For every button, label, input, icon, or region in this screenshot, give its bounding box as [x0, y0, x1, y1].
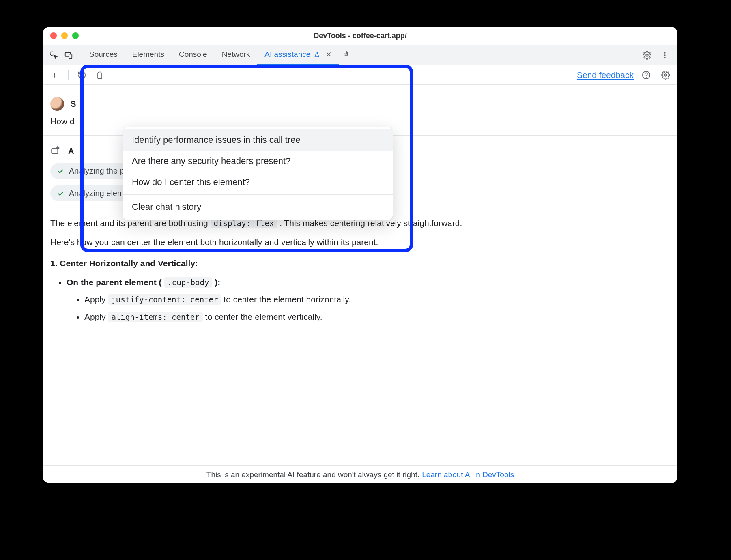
close-window-button[interactable]: [50, 32, 57, 39]
text: to center the element horizontally.: [224, 295, 351, 304]
check-icon: [57, 168, 64, 175]
dropdown-divider: [123, 194, 393, 195]
learn-more-link[interactable]: Learn about AI in DevTools: [422, 470, 514, 479]
tab-elements[interactable]: Elements: [125, 45, 172, 65]
text: Apply: [84, 295, 108, 304]
svg-point-5: [664, 54, 665, 56]
tab-console[interactable]: Console: [172, 45, 215, 65]
disclaimer-footer: This is an experimental AI feature and w…: [43, 465, 677, 483]
tab-network-label: Network: [222, 50, 250, 59]
flask-icon: [314, 51, 320, 58]
device-toggle-icon[interactable]: [62, 49, 75, 61]
svg-point-6: [664, 57, 665, 58]
tab-sources[interactable]: Sources: [82, 45, 125, 65]
tab-elements-label: Elements: [132, 50, 164, 59]
svg-point-9: [664, 74, 667, 76]
check-icon: [57, 190, 64, 197]
list-item: Apply align-items: center to center the …: [84, 310, 670, 324]
clear-history-item[interactable]: Clear chat history: [123, 196, 393, 218]
tab-sources-label: Sources: [89, 50, 118, 59]
new-chat-button[interactable]: [48, 68, 62, 82]
user-initial: S: [71, 99, 76, 109]
delete-button[interactable]: [93, 68, 107, 82]
inspect-element-icon[interactable]: [48, 49, 60, 61]
code-inline: justify-content: center: [108, 294, 221, 305]
svg-rect-10: [52, 149, 58, 154]
minimize-window-button[interactable]: [61, 32, 68, 39]
text: Apply: [84, 312, 108, 321]
kebab-menu-icon[interactable]: [659, 49, 671, 61]
zoom-window-button[interactable]: [72, 32, 79, 39]
history-button[interactable]: [75, 68, 89, 82]
ai-response: The element and its parent are both usin…: [43, 209, 677, 323]
tab-console-label: Console: [179, 50, 207, 59]
list-item: On the parent element ( .cup-body ): App…: [67, 276, 670, 324]
text: Here's how you can center the element bo…: [50, 236, 670, 249]
list-item: Apply justify-content: center to center …: [84, 293, 670, 306]
window-title: DevTools - coffee-cart.app/: [314, 32, 407, 40]
panel-settings-icon[interactable]: [659, 68, 673, 82]
ai-toolbar: Send feedback: [43, 65, 677, 85]
code-inline: .cup-body: [164, 277, 212, 288]
user-header: S: [43, 85, 677, 111]
response-heading: 1. Center Horizontally and Vertically:: [50, 257, 670, 270]
text: to center the element vertically.: [205, 312, 322, 321]
help-icon[interactable]: [639, 68, 653, 82]
traffic-lights: [50, 32, 79, 39]
disclaimer-text: This is an experimental AI feature and w…: [206, 470, 419, 479]
tab-ai-label: AI assistance: [264, 50, 310, 59]
toolbar-separator: [68, 70, 69, 80]
text: ):: [215, 278, 220, 287]
tab-ai-assistance[interactable]: AI assistance ✕: [257, 45, 339, 65]
more-tabs-button[interactable]: [339, 45, 355, 65]
history-item[interactable]: Are there any security headers present?: [123, 151, 393, 172]
panel-tabbar: Sources Elements Console Network AI assi…: [43, 45, 677, 65]
close-icon[interactable]: ✕: [326, 50, 331, 59]
code-inline: align-items: center: [108, 312, 202, 322]
devtools-window: DevTools - coffee-cart.app/ Sources Elem…: [43, 27, 677, 483]
history-item[interactable]: How do I center this element?: [123, 172, 393, 193]
ai-label: A: [68, 146, 74, 156]
svg-point-3: [646, 54, 648, 56]
svg-rect-2: [69, 54, 72, 58]
history-dropdown: Identify performance issues in this call…: [123, 127, 393, 220]
titlebar: DevTools - coffee-cart.app/: [43, 27, 677, 45]
svg-point-4: [664, 52, 665, 53]
avatar: [50, 97, 64, 111]
tab-network[interactable]: Network: [215, 45, 258, 65]
ai-sparkle-icon: [50, 145, 62, 157]
history-item[interactable]: Identify performance issues in this call…: [123, 129, 393, 151]
text: On the parent element (: [67, 278, 164, 287]
svg-point-8: [646, 77, 647, 78]
settings-gear-icon[interactable]: [641, 49, 653, 61]
send-feedback-link[interactable]: Send feedback: [577, 70, 634, 80]
